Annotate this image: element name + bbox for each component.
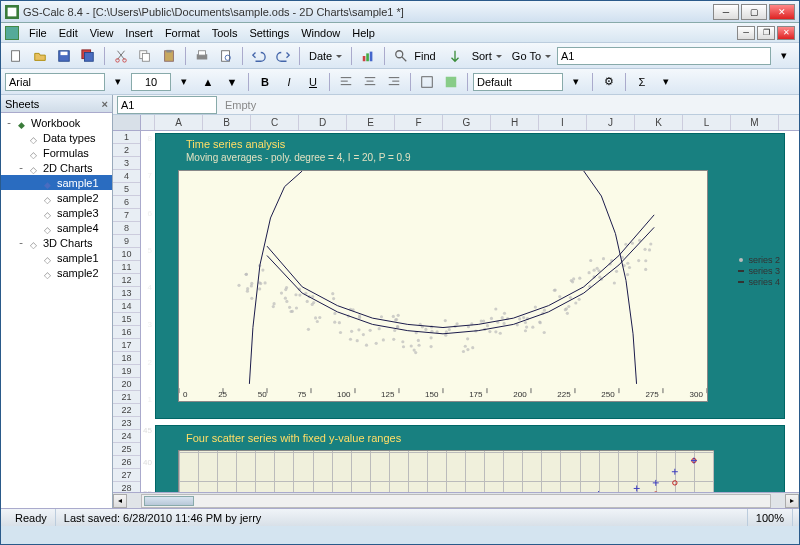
row-header-7[interactable]: 7 [113,209,140,222]
row-headers[interactable]: 1234567891011121314151617181920212223242… [113,115,141,492]
tree-node-data-types-1[interactable]: Data types [1,130,112,145]
border-button[interactable] [416,72,438,92]
fontsize-inc-button[interactable]: ▲ [197,72,219,92]
goto-dropdown[interactable]: Go To [508,50,555,62]
redo-button[interactable] [272,46,294,66]
find-label[interactable]: Find [414,50,441,62]
chart-button[interactable] [357,46,379,66]
row-header-28[interactable]: 28 [113,482,140,492]
row-header-15[interactable]: 15 [113,313,140,326]
style-dropdown-icon[interactable]: ▾ [565,72,587,92]
col-header-C[interactable]: C [251,115,299,130]
column-headers[interactable]: ABCDEFGHIJKLM [141,115,799,131]
chart-time-series[interactable]: Time series analysis Moving averages - p… [155,133,785,419]
scroll-thumb[interactable] [144,496,194,506]
cut-button[interactable] [110,46,132,66]
status-zoom[interactable]: 100% [748,509,793,526]
col-header-A[interactable]: A [155,115,203,130]
save-all-button[interactable] [77,46,99,66]
row-header-22[interactable]: 22 [113,404,140,417]
sort-dropdown[interactable]: Sort [468,50,506,62]
row-header-13[interactable]: 13 [113,287,140,300]
sheets-panel-close-icon[interactable]: × [102,98,108,110]
row-header-20[interactable]: 20 [113,378,140,391]
row-header-9[interactable]: 9 [113,235,140,248]
row-header-8[interactable]: 8 [113,222,140,235]
row-header-14[interactable]: 14 [113,300,140,313]
sum-button[interactable]: Σ [631,72,653,92]
row-header-17[interactable]: 17 [113,339,140,352]
maximize-button[interactable]: ▢ [741,4,767,20]
fill-button[interactable] [440,72,462,92]
undo-button[interactable] [248,46,270,66]
italic-button[interactable]: I [278,72,300,92]
mdi-minimize-button[interactable]: ─ [737,26,755,40]
tree-node-sample4-7[interactable]: sample4 [1,220,112,235]
col-header-M[interactable]: M [731,115,779,130]
fontsize-dec-button[interactable]: ▼ [221,72,243,92]
print-preview-button[interactable] [215,46,237,66]
settings-gear-icon[interactable]: ⚙ [598,72,620,92]
row-header-1[interactable]: 1 [113,131,140,144]
row-header-10[interactable]: 10 [113,248,140,261]
row-header-24[interactable]: 24 [113,430,140,443]
chart-scatter-ranges[interactable]: Four scatter series with fixed y-value r… [155,425,785,492]
menu-window[interactable]: Window [295,25,346,41]
col-header-J[interactable]: J [587,115,635,130]
col-header-H[interactable]: H [491,115,539,130]
horizontal-scrollbar[interactable]: ◂ ▸ [113,492,799,508]
row-header-25[interactable]: 25 [113,443,140,456]
row-header-27[interactable]: 27 [113,469,140,482]
menu-insert[interactable]: Insert [119,25,159,41]
menu-format[interactable]: Format [159,25,206,41]
menu-view[interactable]: View [84,25,120,41]
fontsize-dropdown-icon[interactable]: ▾ [173,72,195,92]
address-dropdown-icon[interactable]: ▾ [773,46,795,66]
row-header-5[interactable]: 5 [113,183,140,196]
col-header-K[interactable]: K [635,115,683,130]
row-header-19[interactable]: 19 [113,365,140,378]
col-header-I[interactable]: I [539,115,587,130]
align-left-button[interactable] [335,72,357,92]
menu-settings[interactable]: Settings [243,25,295,41]
align-center-button[interactable] [359,72,381,92]
tree-node-workbook-0[interactable]: -Workbook [1,115,112,130]
row-header-12[interactable]: 12 [113,274,140,287]
close-button[interactable]: ✕ [769,4,795,20]
print-button[interactable] [191,46,213,66]
cell-reference-box[interactable] [117,96,217,114]
tree-node-sample1-4[interactable]: sample1 [1,175,112,190]
cells-canvas[interactable]: Time series analysis Moving averages - p… [141,131,799,492]
mdi-restore-button[interactable]: ❐ [757,26,775,40]
col-header-B[interactable]: B [203,115,251,130]
row-header-11[interactable]: 11 [113,261,140,274]
row-header-4[interactable]: 4 [113,170,140,183]
save-button[interactable] [53,46,75,66]
copy-button[interactable] [134,46,156,66]
align-right-button[interactable] [383,72,405,92]
tree-node-sample2-5[interactable]: sample2 [1,190,112,205]
tree-node-formulas-2[interactable]: Formulas [1,145,112,160]
tree-node-sample2-10[interactable]: sample2 [1,265,112,280]
row-header-2[interactable]: 2 [113,144,140,157]
scroll-left-button[interactable]: ◂ [113,494,127,508]
row-header-6[interactable]: 6 [113,196,140,209]
col-header-L[interactable]: L [683,115,731,130]
sum-dropdown-icon[interactable]: ▾ [655,72,677,92]
date-dropdown[interactable]: Date [305,50,346,62]
row-header-16[interactable]: 16 [113,326,140,339]
font-dropdown-icon[interactable]: ▾ [107,72,129,92]
menu-tools[interactable]: Tools [206,25,244,41]
select-all-corner[interactable] [113,115,140,131]
row-header-26[interactable]: 26 [113,456,140,469]
menu-help[interactable]: Help [346,25,381,41]
menu-file[interactable]: File [23,25,53,41]
row-header-21[interactable]: 21 [113,391,140,404]
tree-node-2d-charts-3[interactable]: -2D Charts [1,160,112,175]
row-header-3[interactable]: 3 [113,157,140,170]
scroll-right-button[interactable]: ▸ [785,494,799,508]
fontsize-combo[interactable] [131,73,171,91]
bold-button[interactable]: B [254,72,276,92]
row-header-23[interactable]: 23 [113,417,140,430]
row-header-18[interactable]: 18 [113,352,140,365]
